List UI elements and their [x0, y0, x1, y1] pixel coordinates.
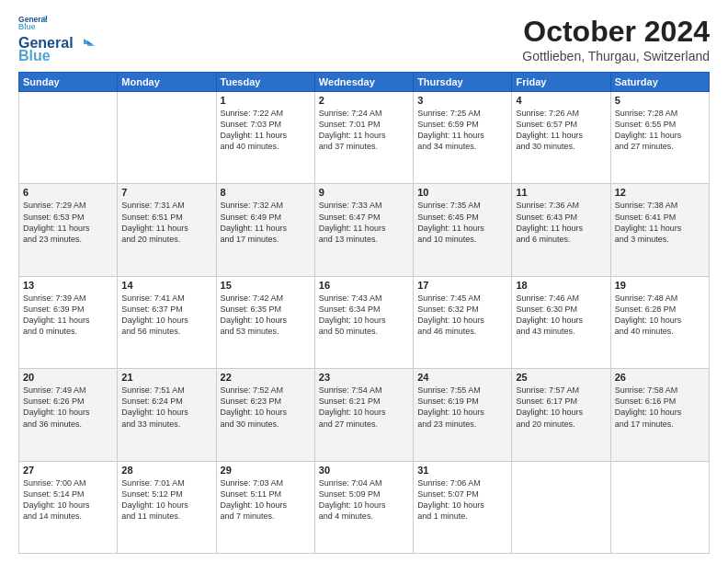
day-info: Sunrise: 7:32 AM Sunset: 6:49 PM Dayligh… — [221, 200, 311, 245]
calendar-cell: 27Sunrise: 7:00 AM Sunset: 5:14 PM Dayli… — [19, 461, 118, 553]
title-block: October 2024 Gottlieben, Thurgau, Switze… — [522, 15, 710, 63]
day-info: Sunrise: 7:26 AM Sunset: 6:57 PM Dayligh… — [516, 108, 606, 153]
page: General Blue General Blue October 2024 G… — [0, 0, 728, 563]
day-info: Sunrise: 7:01 AM Sunset: 5:12 PM Dayligh… — [121, 477, 211, 523]
calendar-header-friday: Friday — [512, 73, 610, 92]
calendar-cell: 1Sunrise: 7:22 AM Sunset: 7:03 PM Daylig… — [216, 92, 314, 184]
logo-blue: Blue — [18, 48, 51, 64]
day-number: 12 — [615, 187, 705, 198]
calendar-cell: 6Sunrise: 7:29 AM Sunset: 6:53 PM Daylig… — [19, 184, 118, 276]
calendar-cell: 7Sunrise: 7:31 AM Sunset: 6:51 PM Daylig… — [118, 184, 216, 276]
calendar-week-row: 6Sunrise: 7:29 AM Sunset: 6:53 PM Daylig… — [19, 184, 710, 276]
calendar-header-row: SundayMondayTuesdayWednesdayThursdayFrid… — [19, 73, 710, 92]
day-number: 9 — [319, 187, 409, 198]
calendar-cell: 28Sunrise: 7:01 AM Sunset: 5:12 PM Dayli… — [118, 461, 216, 553]
day-info: Sunrise: 7:46 AM Sunset: 6:30 PM Dayligh… — [516, 293, 606, 338]
day-info: Sunrise: 7:28 AM Sunset: 6:55 PM Dayligh… — [615, 108, 705, 153]
day-info: Sunrise: 7:38 AM Sunset: 6:41 PM Dayligh… — [615, 200, 705, 245]
subtitle: Gottlieben, Thurgau, Switzerland — [522, 49, 710, 63]
day-info: Sunrise: 7:03 AM Sunset: 5:11 PM Dayligh… — [221, 477, 311, 523]
logo: General Blue General Blue — [18, 15, 96, 64]
calendar-cell: 24Sunrise: 7:55 AM Sunset: 6:19 PM Dayli… — [414, 369, 512, 461]
calendar-cell: 15Sunrise: 7:42 AM Sunset: 6:35 PM Dayli… — [216, 276, 314, 368]
main-title: October 2024 — [522, 15, 710, 49]
calendar-cell: 4Sunrise: 7:26 AM Sunset: 6:57 PM Daylig… — [512, 92, 610, 184]
calendar-cell: 14Sunrise: 7:41 AM Sunset: 6:37 PM Dayli… — [118, 276, 216, 368]
calendar-cell: 18Sunrise: 7:46 AM Sunset: 6:30 PM Dayli… — [512, 276, 610, 368]
calendar-cell: 25Sunrise: 7:57 AM Sunset: 6:17 PM Dayli… — [512, 369, 610, 461]
day-number: 15 — [221, 280, 311, 291]
day-info: Sunrise: 7:55 AM Sunset: 6:19 PM Dayligh… — [417, 385, 507, 430]
calendar-table: SundayMondayTuesdayWednesdayThursdayFrid… — [18, 72, 710, 554]
day-info: Sunrise: 7:49 AM Sunset: 6:26 PM Dayligh… — [23, 385, 113, 430]
day-number: 23 — [319, 372, 409, 383]
calendar-week-row: 13Sunrise: 7:39 AM Sunset: 6:39 PM Dayli… — [19, 276, 710, 368]
calendar-cell — [19, 92, 118, 184]
day-info: Sunrise: 7:06 AM Sunset: 5:07 PM Dayligh… — [417, 477, 507, 523]
calendar-header-saturday: Saturday — [610, 73, 709, 92]
day-info: Sunrise: 7:29 AM Sunset: 6:53 PM Dayligh… — [23, 200, 113, 245]
calendar-header-monday: Monday — [118, 73, 216, 92]
calendar-cell: 21Sunrise: 7:51 AM Sunset: 6:24 PM Dayli… — [118, 369, 216, 461]
day-number: 20 — [23, 372, 113, 383]
day-number: 25 — [516, 372, 606, 383]
calendar-week-row: 1Sunrise: 7:22 AM Sunset: 7:03 PM Daylig… — [19, 92, 710, 184]
svg-marker-4 — [87, 40, 95, 46]
calendar-cell: 9Sunrise: 7:33 AM Sunset: 6:47 PM Daylig… — [314, 184, 413, 276]
day-info: Sunrise: 7:48 AM Sunset: 6:28 PM Dayligh… — [615, 293, 705, 338]
calendar-header-thursday: Thursday — [414, 73, 512, 92]
day-number: 29 — [221, 465, 311, 476]
calendar-cell: 5Sunrise: 7:28 AM Sunset: 6:55 PM Daylig… — [610, 92, 709, 184]
day-number: 1 — [221, 95, 311, 106]
calendar-cell: 23Sunrise: 7:54 AM Sunset: 6:21 PM Dayli… — [314, 369, 413, 461]
calendar-week-row: 27Sunrise: 7:00 AM Sunset: 5:14 PM Dayli… — [19, 461, 710, 553]
svg-text:Blue: Blue — [18, 22, 36, 31]
day-number: 26 — [615, 372, 705, 383]
day-info: Sunrise: 7:35 AM Sunset: 6:45 PM Dayligh… — [417, 200, 507, 245]
calendar-cell: 12Sunrise: 7:38 AM Sunset: 6:41 PM Dayli… — [610, 184, 709, 276]
day-info: Sunrise: 7:58 AM Sunset: 6:16 PM Dayligh… — [615, 385, 705, 430]
header: General Blue General Blue October 2024 G… — [18, 15, 710, 64]
day-number: 2 — [319, 95, 409, 106]
calendar-cell: 8Sunrise: 7:32 AM Sunset: 6:49 PM Daylig… — [216, 184, 314, 276]
day-info: Sunrise: 7:41 AM Sunset: 6:37 PM Dayligh… — [121, 293, 211, 338]
day-info: Sunrise: 7:54 AM Sunset: 6:21 PM Dayligh… — [319, 385, 409, 430]
calendar-cell: 13Sunrise: 7:39 AM Sunset: 6:39 PM Dayli… — [19, 276, 118, 368]
day-info: Sunrise: 7:24 AM Sunset: 7:01 PM Dayligh… — [319, 108, 409, 153]
calendar-cell: 10Sunrise: 7:35 AM Sunset: 6:45 PM Dayli… — [414, 184, 512, 276]
calendar-cell — [118, 92, 216, 184]
day-number: 18 — [516, 280, 606, 291]
day-number: 16 — [319, 280, 409, 291]
day-info: Sunrise: 7:36 AM Sunset: 6:43 PM Dayligh… — [516, 200, 606, 245]
day-info: Sunrise: 7:04 AM Sunset: 5:09 PM Dayligh… — [319, 477, 409, 523]
logo-bird-icon — [74, 37, 95, 50]
calendar-header-tuesday: Tuesday — [216, 73, 314, 92]
calendar-cell: 19Sunrise: 7:48 AM Sunset: 6:28 PM Dayli… — [610, 276, 709, 368]
day-number: 31 — [417, 465, 507, 476]
calendar-cell — [512, 461, 610, 553]
day-info: Sunrise: 7:22 AM Sunset: 7:03 PM Dayligh… — [221, 108, 311, 153]
day-info: Sunrise: 7:00 AM Sunset: 5:14 PM Dayligh… — [23, 477, 113, 523]
day-number: 7 — [121, 187, 211, 198]
day-info: Sunrise: 7:45 AM Sunset: 6:32 PM Dayligh… — [417, 293, 507, 338]
calendar-cell: 22Sunrise: 7:52 AM Sunset: 6:23 PM Dayli… — [216, 369, 314, 461]
calendar-cell: 26Sunrise: 7:58 AM Sunset: 6:16 PM Dayli… — [610, 369, 709, 461]
day-number: 17 — [417, 280, 507, 291]
day-info: Sunrise: 7:43 AM Sunset: 6:34 PM Dayligh… — [319, 293, 409, 338]
logo-icon: General Blue — [18, 15, 48, 31]
calendar-header-sunday: Sunday — [19, 73, 118, 92]
day-info: Sunrise: 7:25 AM Sunset: 6:59 PM Dayligh… — [417, 108, 507, 153]
day-info: Sunrise: 7:57 AM Sunset: 6:17 PM Dayligh… — [516, 385, 606, 430]
calendar-cell: 31Sunrise: 7:06 AM Sunset: 5:07 PM Dayli… — [414, 461, 512, 553]
calendar-cell — [610, 461, 709, 553]
calendar-cell: 30Sunrise: 7:04 AM Sunset: 5:09 PM Dayli… — [314, 461, 413, 553]
day-number: 21 — [121, 372, 211, 383]
day-info: Sunrise: 7:51 AM Sunset: 6:24 PM Dayligh… — [121, 385, 211, 430]
day-number: 11 — [516, 187, 606, 198]
day-number: 30 — [319, 465, 409, 476]
calendar-cell: 2Sunrise: 7:24 AM Sunset: 7:01 PM Daylig… — [314, 92, 413, 184]
day-info: Sunrise: 7:52 AM Sunset: 6:23 PM Dayligh… — [221, 385, 311, 430]
day-number: 4 — [516, 95, 606, 106]
day-number: 8 — [221, 187, 311, 198]
day-number: 24 — [417, 372, 507, 383]
